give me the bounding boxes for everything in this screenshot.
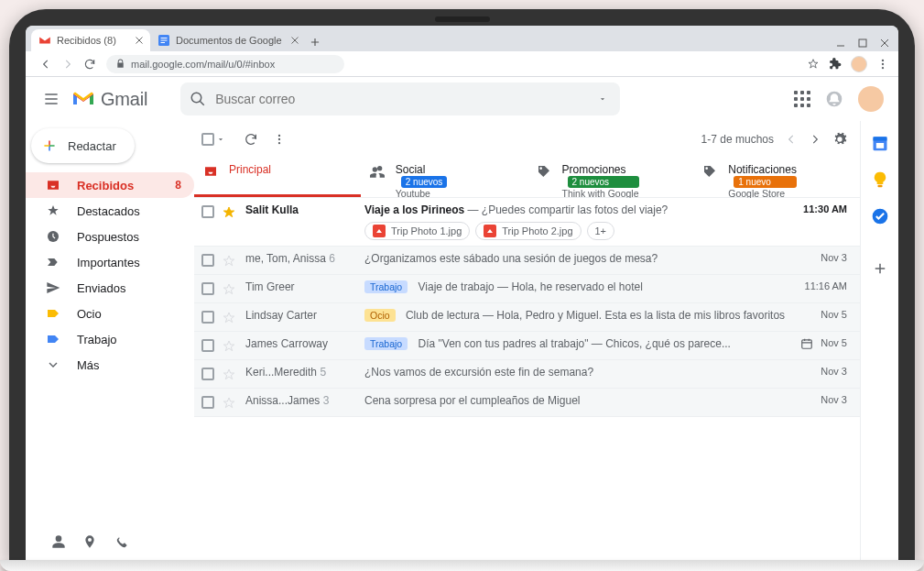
sender: Anissa...James 3	[245, 394, 364, 407]
sidebar-item-ocio[interactable]: Ocio	[26, 301, 194, 326]
gmail-logo[interactable]: Gmail	[71, 89, 147, 110]
star-icon[interactable]	[222, 396, 238, 411]
star-icon[interactable]	[222, 311, 238, 325]
window-minimize[interactable]	[836, 38, 845, 48]
message-row[interactable]: Tim Greer Trabajo Viaje de trabajo — Hol…	[194, 275, 860, 303]
calendar-app-icon[interactable]	[871, 134, 889, 152]
new-tab-button[interactable]	[306, 33, 324, 51]
message-row[interactable]: James Carroway Trabajo Día "Ven con tus …	[194, 332, 860, 360]
main-menu-button[interactable]	[33, 81, 70, 117]
send-icon	[46, 280, 62, 295]
sidebar-item-enviados[interactable]: Enviados	[26, 275, 194, 301]
attachment-more[interactable]: 1+	[587, 222, 615, 240]
svg-rect-14	[802, 340, 812, 348]
contacts-icon[interactable]	[51, 534, 66, 549]
search-bar[interactable]	[180, 82, 620, 115]
row-checkbox[interactable]	[201, 254, 214, 267]
star-icon[interactable]	[222, 254, 238, 269]
message-row[interactable]: Anissa...James 3 Cena sorpresa por el cu…	[194, 389, 860, 417]
close-icon[interactable]	[289, 35, 300, 46]
star-icon[interactable]	[222, 339, 238, 354]
profile-avatar-sm[interactable]	[851, 56, 867, 72]
refresh-button[interactable]	[244, 132, 258, 147]
svg-rect-4	[859, 39, 866, 47]
browser-tab-gmail[interactable]: Recibidos (8)	[31, 29, 150, 51]
row-checkbox[interactable]	[201, 282, 214, 295]
row-checkbox[interactable]	[201, 396, 214, 409]
notifications-icon[interactable]	[825, 90, 843, 108]
category-icon	[370, 164, 386, 179]
row-checkbox[interactable]	[201, 205, 214, 218]
clock-icon	[46, 229, 62, 244]
window-maximize[interactable]	[858, 38, 867, 48]
close-icon[interactable]	[134, 35, 145, 46]
category-tab-principal[interactable]: Principal	[194, 158, 361, 197]
svg-rect-2	[161, 40, 168, 41]
row-checkbox[interactable]	[201, 368, 214, 380]
row-checkbox[interactable]	[201, 339, 214, 352]
sidebar-item-más[interactable]: Más	[26, 352, 194, 378]
laptop-base	[0, 560, 924, 571]
search-input[interactable]	[215, 92, 594, 106]
message-row[interactable]: Salit Kulla Viaje a los Pirineos — ¿Pued…	[194, 198, 860, 247]
sidebar-item-trabajo[interactable]: Trabajo	[26, 326, 194, 352]
keep-app-icon[interactable]	[871, 170, 889, 189]
gmail-app: Gmail	[26, 77, 898, 562]
message-row[interactable]: me, Tom, Anissa 6 ¿Organizamos este sába…	[194, 247, 860, 275]
star-icon[interactable]	[222, 205, 238, 220]
star-icon[interactable]	[222, 368, 238, 382]
phone-icon[interactable]	[114, 534, 128, 549]
browser-tab-docs[interactable]: Documentos de Google	[150, 29, 306, 51]
inbox-icon	[46, 178, 62, 192]
svg-point-12	[278, 138, 280, 140]
lock-icon	[115, 59, 125, 69]
sidebar-item-destacados[interactable]: Destacados	[26, 198, 194, 224]
next-page-button[interactable]	[809, 133, 821, 146]
category-tab-notificaciones[interactable]: Notificaciones1 nuevo Google Store	[693, 158, 860, 197]
back-button[interactable]	[35, 58, 57, 71]
row-checkbox[interactable]	[201, 311, 214, 324]
url-field[interactable]: mail.google.com/mail/u/0/#inbox	[106, 55, 344, 73]
label-chip[interactable]: Ocio	[364, 309, 396, 322]
bookmark-star-icon[interactable]	[807, 58, 820, 71]
toolbar: 1-7 de muchos	[194, 121, 860, 158]
gmail-header: Gmail	[26, 77, 898, 121]
label-chip[interactable]: Trabajo	[364, 337, 408, 350]
tasks-app-icon[interactable]	[871, 207, 889, 225]
message-row[interactable]: Lindsay Carter Ocio Club de lectura — Ho…	[194, 303, 860, 332]
select-all-checkbox[interactable]	[201, 133, 214, 146]
sidebar-item-label: Pospuestos	[77, 230, 139, 244]
sidebar-item-pospuestos[interactable]: Pospuestos	[26, 224, 194, 249]
message-row[interactable]: Keri...Meredith 5 ¿Nos vamos de excursió…	[194, 360, 860, 389]
add-panel-button[interactable]	[872, 260, 888, 277]
svg-rect-17	[875, 143, 883, 148]
browser-menu-icon[interactable]	[876, 58, 889, 71]
label-chip[interactable]: Trabajo	[364, 280, 408, 293]
date: Nov 5	[821, 337, 847, 348]
extensions-icon[interactable]	[829, 58, 842, 71]
compose-button[interactable]: Redactar	[31, 128, 135, 163]
category-badge: 1 nuevo	[734, 176, 797, 188]
reload-button[interactable]	[79, 58, 101, 71]
account-avatar[interactable]	[858, 86, 884, 112]
prev-page-button[interactable]	[785, 133, 798, 146]
search-options-icon[interactable]	[594, 91, 611, 107]
sidebar-item-recibidos[interactable]: Recibidos 8	[26, 172, 194, 198]
sidebar-item-importantes[interactable]: Importantes	[26, 249, 194, 275]
apps-grid-icon[interactable]	[794, 91, 810, 107]
window-close[interactable]	[880, 38, 889, 48]
attachment-chip[interactable]: Trip Photo 1.jpg	[364, 222, 470, 240]
forward-button[interactable]	[57, 58, 79, 71]
more-menu-button[interactable]	[273, 133, 286, 146]
select-dropdown[interactable]	[216, 135, 225, 144]
category-tab-promociones[interactable]: Promociones2 nuevos Think with Google	[527, 158, 694, 197]
star-icon[interactable]	[222, 282, 238, 297]
date: Nov 3	[821, 366, 847, 377]
category-tab-social[interactable]: Social2 nuevos Youtube	[361, 158, 527, 197]
location-icon[interactable]	[82, 534, 97, 549]
svg-point-8	[191, 93, 201, 103]
calendar-icon	[800, 337, 813, 350]
attachment-chip[interactable]: Trip Photo 2.jpg	[475, 222, 581, 240]
sidebar-item-label: Ocio	[77, 307, 102, 321]
settings-gear-icon[interactable]	[832, 132, 847, 147]
